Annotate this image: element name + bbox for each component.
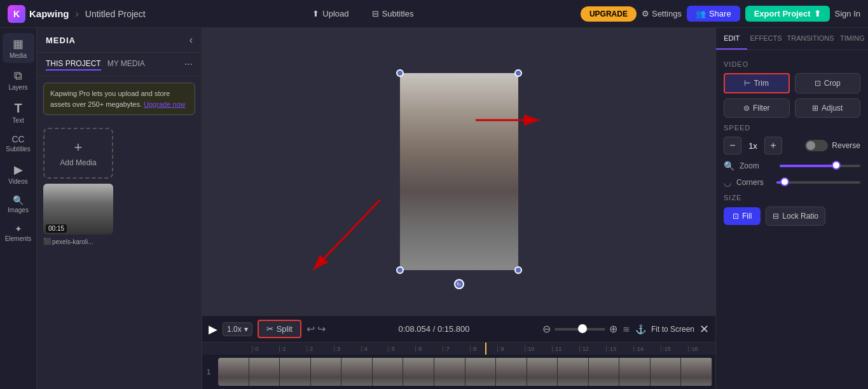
- tab-edit[interactable]: EDIT: [716, 28, 747, 50]
- subtitles-sidebar-icon: CC: [11, 134, 24, 144]
- fill-button[interactable]: ⊡ Fill: [724, 207, 761, 225]
- track-frame-10: [496, 358, 527, 386]
- zoom-track[interactable]: [780, 165, 860, 167]
- ruler-mark-1: :1: [279, 346, 307, 352]
- time-display: 0:08.054 / 0:15.800: [331, 324, 537, 334]
- corners-track[interactable]: [776, 181, 860, 184]
- settings-button[interactable]: ⚙ Settings: [642, 9, 682, 18]
- zoom-slider[interactable]: [555, 328, 605, 331]
- ruler-mark-12: :12: [579, 346, 607, 352]
- ruler-mark-4: :4: [361, 346, 389, 352]
- media-tabs: THIS PROJECT MY MEDIA ···: [37, 53, 202, 76]
- subtitles-button[interactable]: ⊟ Subtitles: [367, 6, 419, 22]
- reverse-toggle[interactable]: [805, 140, 828, 151]
- tab-effects[interactable]: EFFECTS: [747, 28, 784, 50]
- redo-button[interactable]: ↪: [317, 323, 326, 335]
- promo-link[interactable]: Upgrade now: [144, 100, 185, 108]
- canvas-container[interactable]: ↻: [202, 28, 715, 315]
- zoom-out-button[interactable]: ⊖: [542, 323, 551, 335]
- speed-value: 1.0x: [227, 325, 242, 334]
- rotate-handle[interactable]: ↻: [454, 279, 464, 289]
- track-content[interactable]: [218, 358, 712, 386]
- sidebar-item-elements[interactable]: ✦ Elements: [3, 220, 34, 246]
- handle-bottom-left[interactable]: [396, 266, 404, 274]
- left-sidebar: ▦ Media ⧉ Layers T Text CC Subtitles ▶ V…: [0, 28, 37, 389]
- speed-plus-button[interactable]: +: [764, 137, 782, 154]
- zoom-slider-thumb[interactable]: [578, 324, 587, 333]
- media-tab-more-button[interactable]: ···: [184, 58, 193, 71]
- fit-to-screen-button[interactable]: Fit to Screen: [651, 325, 694, 334]
- lock-ratio-button[interactable]: ⊟ Lock Ratio: [766, 207, 825, 226]
- handle-top-left[interactable]: [396, 69, 404, 77]
- sidebar-item-subtitles[interactable]: CC Subtitles: [3, 130, 34, 156]
- tab-transitions[interactable]: TRANSITIONS: [785, 28, 837, 50]
- signin-button[interactable]: Sign In: [835, 9, 860, 18]
- project-name[interactable]: Untitled Project: [85, 9, 146, 19]
- share-button[interactable]: 👥 Share: [687, 6, 740, 22]
- upload-button[interactable]: ⬆ Upload: [307, 6, 354, 22]
- logo-text: Kapwing: [29, 8, 69, 19]
- section-size-label: SIZE: [724, 194, 860, 201]
- sidebar-item-images[interactable]: 🔍 Images: [3, 191, 34, 217]
- canvas-area: ↻ ▶: [202, 28, 715, 389]
- handle-bottom-right[interactable]: [514, 266, 522, 274]
- video-frame[interactable]: ↻: [400, 73, 518, 270]
- playhead[interactable]: [485, 343, 486, 355]
- section-video-label: VIDEO: [724, 60, 860, 68]
- images-icon: 🔍: [13, 195, 24, 205]
- upgrade-button[interactable]: UPGRADE: [581, 6, 637, 22]
- export-icon: ⬆: [814, 9, 821, 18]
- export-button[interactable]: Export Project ⬆: [745, 6, 830, 22]
- media-panel-header: MEDIA ‹: [37, 28, 202, 53]
- track-frame-2: [249, 358, 280, 386]
- adjust-button[interactable]: ⊞ Adjust: [795, 99, 861, 118]
- sidebar-item-videos[interactable]: ▶ Videos: [3, 159, 34, 189]
- split-button[interactable]: ✂ Split: [258, 320, 301, 338]
- sidebar-item-media[interactable]: ▦ Media: [3, 33, 34, 63]
- filter-icon: ⊜: [743, 104, 750, 113]
- topbar: K Kapwing › Untitled Project ⬆ Upload ⊟ …: [0, 0, 868, 28]
- tab-timing[interactable]: TIMING: [837, 28, 868, 50]
- total-time: 0:15.800: [437, 324, 470, 334]
- bottom-bar: ▶ 1.0x ▾ ✂ Split ↩ ↪ 0:08.054 / 0:15.800…: [202, 315, 715, 342]
- sidebar-item-layers[interactable]: ⧉ Layers: [3, 65, 34, 95]
- tab-this-project[interactable]: THIS PROJECT: [46, 58, 101, 71]
- thumb-file-icon: ⬛: [43, 238, 51, 245]
- logo[interactable]: K Kapwing: [8, 5, 69, 23]
- trim-button[interactable]: ⊢ Trim: [724, 73, 790, 93]
- current-time: 0:08.054: [398, 324, 431, 334]
- filter-button[interactable]: ⊜ Filter: [724, 99, 790, 118]
- ruler-mark-9: :9: [497, 346, 525, 352]
- speed-row: − 1x + Reverse: [724, 137, 860, 154]
- sidebar-item-text[interactable]: T Text: [3, 97, 34, 128]
- zoom-in-button[interactable]: ⊕: [609, 323, 617, 335]
- ruler-mark-13: :13: [606, 346, 633, 352]
- videos-icon: ▶: [14, 163, 23, 177]
- ruler-mark-16: :16: [688, 346, 715, 352]
- split-icon: ✂: [266, 324, 273, 334]
- undo-button[interactable]: ↩: [307, 323, 315, 335]
- track-frame-11: [527, 358, 558, 386]
- track-frame-5: [341, 358, 373, 386]
- media-thumbnail[interactable]: 00:15: [43, 184, 113, 235]
- handle-top-right[interactable]: [514, 69, 522, 77]
- speed-selector[interactable]: 1.0x ▾: [223, 322, 252, 336]
- zoom-thumb[interactable]: [832, 161, 841, 170]
- collapse-media-button[interactable]: ‹: [189, 34, 193, 46]
- video-content: [400, 73, 518, 270]
- thumb-filename: pexels-karoli...: [52, 238, 122, 245]
- subtitles-icon: ⊟: [372, 9, 379, 18]
- corners-thumb[interactable]: [780, 177, 789, 186]
- add-media-plus-icon: +: [74, 139, 83, 156]
- tab-my-media[interactable]: MY MEDIA: [107, 58, 145, 71]
- track-frame-14: [619, 358, 651, 386]
- play-button[interactable]: ▶: [209, 322, 217, 336]
- video-controls-grid: ⊢ Trim ⊡ Crop ⊜ Filter ⊞ Adjust: [724, 73, 860, 118]
- settings-icon: ⚙: [642, 9, 649, 18]
- adjust-icon: ⊞: [812, 104, 818, 113]
- add-media-button[interactable]: + Add Media: [43, 128, 113, 179]
- close-timeline-button[interactable]: ✕: [699, 322, 709, 336]
- lock-icon: ⊟: [773, 212, 779, 221]
- speed-minus-button[interactable]: −: [724, 137, 741, 154]
- crop-button[interactable]: ⊡ Crop: [795, 73, 861, 93]
